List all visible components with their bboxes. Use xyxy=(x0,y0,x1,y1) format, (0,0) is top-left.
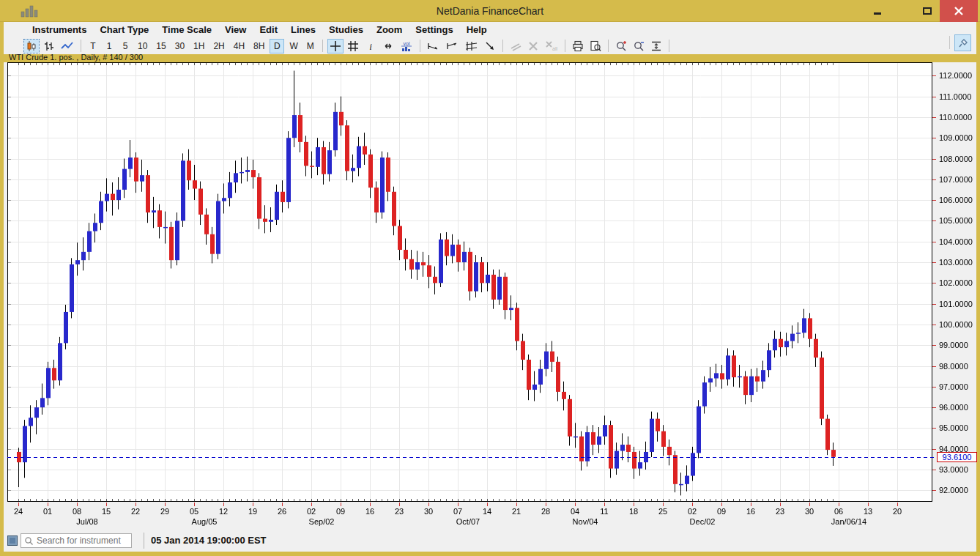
info-icon: i xyxy=(365,40,376,52)
window-title: NetDania FinanceChart xyxy=(0,0,980,22)
toolbar-separator xyxy=(949,36,950,49)
bar-chart-icon xyxy=(43,40,55,52)
timeframe-m-button[interactable]: M xyxy=(303,39,318,53)
menu-settings[interactable]: Settings xyxy=(409,22,459,37)
status-bar: 05 Jan 2014 19:00:00 EST xyxy=(4,530,976,552)
timeframe-t-button[interactable]: T xyxy=(86,39,100,53)
toolbar: T151015301H2H4H8HDWMivolall xyxy=(4,37,976,54)
crosshair-icon xyxy=(330,40,341,52)
parallel-lines-button xyxy=(508,39,524,53)
search-box[interactable] xyxy=(21,533,132,548)
timeframe-1-button[interactable]: 1 xyxy=(102,39,116,53)
title-bar[interactable]: NetDania FinanceChart xyxy=(0,0,980,22)
pan-horizontal-icon xyxy=(382,40,394,52)
menu-zoom[interactable]: Zoom xyxy=(370,22,409,37)
print-icon xyxy=(572,40,584,52)
crosshair-button[interactable] xyxy=(327,39,344,53)
instrument-label: WTI Crude 1. pos. , Daily, # 140 / 300 xyxy=(9,53,143,62)
menu-lines[interactable]: Lines xyxy=(284,22,322,37)
print-preview-button[interactable] xyxy=(587,39,604,53)
timeframe-4h-button[interactable]: 4H xyxy=(230,39,248,53)
ray-icon xyxy=(484,40,496,52)
menu-studies[interactable]: Studies xyxy=(322,22,370,37)
menu-bar: InstrumentsChart TypeTime ScaleViewEditL… xyxy=(4,22,976,37)
print-preview-icon xyxy=(590,40,601,52)
timeframe-8h-button[interactable]: 8H xyxy=(250,39,268,53)
close-button[interactable] xyxy=(940,0,978,22)
candlestick-chart-button[interactable] xyxy=(23,39,40,53)
fit-vertical-icon xyxy=(650,40,662,52)
timeframe-10-button[interactable]: 10 xyxy=(134,39,151,53)
channel-icon xyxy=(465,40,478,52)
zoom-in-icon xyxy=(615,40,627,52)
delete-all-icon: all xyxy=(545,40,558,52)
toolbar-separator xyxy=(81,40,81,52)
grid-button[interactable] xyxy=(345,39,361,53)
volume-button[interactable]: vol xyxy=(398,39,415,53)
menu-edit[interactable]: Edit xyxy=(253,22,284,37)
svg-text:all: all xyxy=(552,46,557,51)
status-separator xyxy=(144,533,144,549)
minimize-button[interactable] xyxy=(864,0,891,22)
menu-view[interactable]: View xyxy=(218,22,253,37)
pin-panel-button[interactable] xyxy=(954,34,971,51)
channel-button[interactable] xyxy=(463,39,480,53)
timeframe-15-button[interactable]: 15 xyxy=(152,39,169,53)
search-icon xyxy=(24,536,34,546)
toolbar-separator xyxy=(565,40,565,52)
status-square-icon[interactable] xyxy=(7,535,18,546)
trendline-up-button[interactable] xyxy=(444,39,461,53)
chart-canvas[interactable] xyxy=(4,62,976,530)
volume-icon: vol xyxy=(400,40,413,52)
zoom-out-button[interactable] xyxy=(631,39,647,53)
line-chart-button[interactable] xyxy=(59,39,76,53)
print-button[interactable] xyxy=(570,39,586,53)
svg-text:vol: vol xyxy=(403,41,409,46)
maximize-button[interactable] xyxy=(914,0,940,22)
timeframe-2h-button[interactable]: 2H xyxy=(209,39,228,53)
timeframe-5-button[interactable]: 5 xyxy=(118,39,133,53)
line-chart-icon xyxy=(61,40,74,52)
menu-chart-type[interactable]: Chart Type xyxy=(93,22,155,37)
chart-area: 93.6100 xyxy=(4,62,976,530)
trendline-down-icon xyxy=(427,40,440,52)
delete-all-button: all xyxy=(543,39,560,53)
menu-help[interactable]: Help xyxy=(460,22,494,37)
zoom-out-icon xyxy=(633,40,645,52)
toolbar-separator xyxy=(669,40,669,52)
timeframe-d-button[interactable]: D xyxy=(270,39,284,53)
toolbar-separator xyxy=(420,40,420,52)
bar-chart-button[interactable] xyxy=(41,39,57,53)
toolbar-separator xyxy=(608,40,609,52)
toolbar-separator xyxy=(502,40,503,52)
candlestick-chart-icon xyxy=(26,40,37,52)
delete-button xyxy=(525,39,541,53)
last-price-marker: 93.6100 xyxy=(937,452,977,462)
menu-instruments[interactable]: Instruments xyxy=(26,22,93,37)
menu-time-scale[interactable]: Time Scale xyxy=(155,22,218,37)
pan-horizontal-button[interactable] xyxy=(380,39,396,53)
timeframe-30-button[interactable]: 30 xyxy=(171,39,188,53)
timeframe-w-button[interactable]: W xyxy=(286,39,301,53)
parallel-lines-icon xyxy=(510,40,521,52)
trendline-up-icon xyxy=(446,40,459,52)
search-input[interactable] xyxy=(37,535,127,546)
info-button[interactable]: i xyxy=(363,39,379,53)
toolbar-separator xyxy=(322,40,323,52)
zoom-in-button[interactable] xyxy=(613,39,629,53)
ray-button[interactable] xyxy=(482,39,498,53)
timestamp: 05 Jan 2014 19:00:00 EST xyxy=(151,535,267,546)
trendline-down-button[interactable] xyxy=(425,39,442,53)
delete-icon xyxy=(527,40,539,52)
fit-vertical-button[interactable] xyxy=(648,39,664,53)
timeframe-1h-button[interactable]: 1H xyxy=(190,39,208,53)
grid-icon xyxy=(347,40,359,52)
svg-text:i: i xyxy=(369,41,372,52)
app-window: NetDania FinanceChart InstrumentsChart T… xyxy=(0,0,980,556)
